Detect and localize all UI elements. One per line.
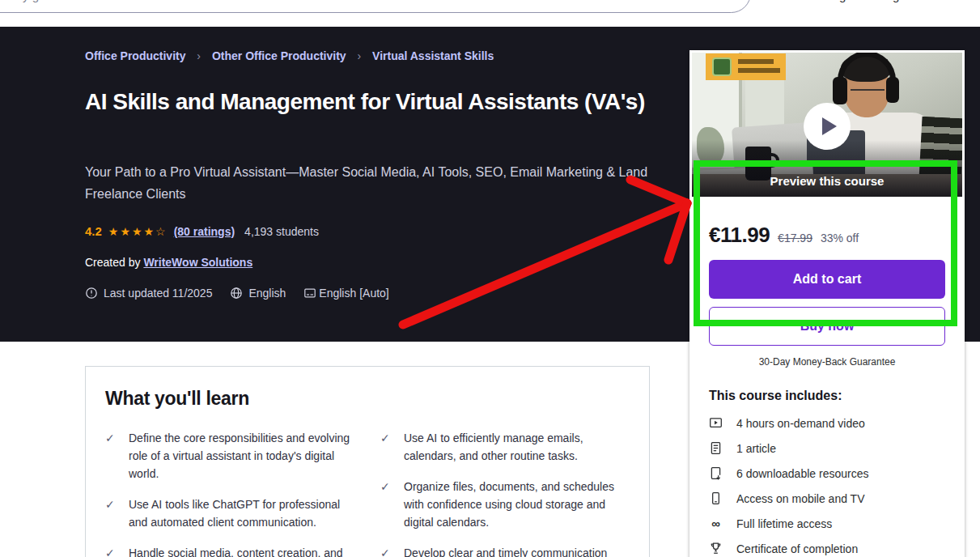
- purchase-sidebar: Preview this course €11.99 €17.99 33% of…: [689, 50, 965, 557]
- course-captions: English [Auto]: [303, 287, 388, 300]
- search-placeholder-fragment: y g: [23, 0, 71, 6]
- top-navbar: y g g g: [0, 0, 980, 27]
- current-price: €11.99: [709, 223, 770, 248]
- search-input[interactable]: [0, 0, 751, 13]
- created-by-row: Created by WriteWow Solutions: [85, 256, 252, 269]
- original-price: €17.99: [778, 232, 812, 244]
- course-includes-heading: This course includes:: [709, 389, 945, 403]
- chevron-right-icon: ›: [358, 49, 362, 62]
- nav-text-fragment: g: [893, 0, 904, 6]
- ondemand-video-icon: [709, 416, 723, 430]
- last-updated: Last updated 11/2025: [85, 287, 212, 300]
- breadcrumb-other-office-productivity[interactable]: Other Office Productivity: [212, 49, 346, 62]
- price-row: €11.99 €17.99 33% off: [709, 223, 945, 248]
- check-icon: ✓: [105, 544, 117, 557]
- students-count: 4,193 students: [244, 225, 319, 238]
- buy-now-button[interactable]: Buy now: [709, 307, 945, 346]
- globe-icon: [230, 287, 243, 300]
- mobile-icon: [709, 491, 723, 505]
- money-back-guarantee: 30-Day Money-Back Guarantee: [709, 356, 945, 368]
- course-preview-video[interactable]: Preview this course: [692, 53, 962, 197]
- check-icon: ✓: [380, 429, 392, 465]
- created-by-label: Created by: [85, 256, 143, 269]
- check-icon: ✓: [380, 544, 392, 557]
- alert-circle-icon: [85, 287, 98, 300]
- play-icon: [822, 117, 837, 135]
- learn-list-right: ✓Use AI to efficiently manage emails, ca…: [380, 429, 630, 557]
- list-item: ✓Use AI to efficiently manage emails, ca…: [380, 429, 630, 465]
- discount-badge: 33% off: [821, 232, 859, 244]
- rating-score: 4.2: [85, 224, 102, 238]
- what-youll-learn-card: What you'll learn ✓Define the core respo…: [85, 366, 650, 557]
- course-includes-list: 4 hours on-demand video 1 article: [709, 416, 945, 555]
- check-icon: ✓: [105, 495, 117, 531]
- breadcrumb-virtual-assistant-skills[interactable]: Virtual Assistant Skills: [372, 49, 494, 62]
- infinity-icon: ∞: [709, 517, 723, 530]
- list-item: ✓Develop clear and timely communication …: [380, 544, 630, 557]
- list-item: 4 hours on-demand video: [709, 416, 945, 430]
- udemy-course-page: y g g g Office Productivity › Other Offi…: [0, 0, 980, 557]
- breadcrumb: Office Productivity › Other Office Produ…: [85, 49, 494, 62]
- list-item: Certificate of completion: [709, 542, 945, 555]
- list-item: 1 article: [709, 441, 945, 455]
- rating-row: 4.2 ★★★★☆ (80 ratings) 4,193 students: [85, 224, 319, 238]
- ratings-count-link[interactable]: (80 ratings): [174, 225, 235, 238]
- check-icon: ✓: [380, 478, 392, 531]
- list-item: ✓Use AI tools like ChatGPT for professio…: [105, 495, 354, 531]
- list-item: Access on mobile and TV: [709, 491, 945, 505]
- list-item: ✓Define the core responsibilities and ev…: [105, 429, 354, 483]
- breadcrumb-office-productivity[interactable]: Office Productivity: [85, 49, 185, 62]
- list-item: ✓Handle social media, content creation, …: [105, 544, 354, 557]
- add-to-cart-button[interactable]: Add to cart: [709, 260, 945, 299]
- download-icon: [709, 466, 723, 480]
- preview-course-label[interactable]: Preview this course: [692, 174, 962, 188]
- list-item: 6 downloadable resources: [709, 466, 945, 480]
- chevron-right-icon: ›: [197, 49, 201, 62]
- closed-captions-icon: [303, 287, 316, 300]
- course-meta-row: Last updated 11/2025 English English [Au…: [85, 287, 389, 300]
- list-item: ✓Organize files, documents, and schedule…: [380, 478, 630, 531]
- play-button[interactable]: [804, 103, 851, 150]
- instructor-link[interactable]: WriteWow Solutions: [143, 256, 252, 269]
- star-rating-icon: ★★★★☆: [108, 225, 168, 238]
- nav-text-fragment: g: [839, 0, 851, 6]
- trophy-icon: [709, 542, 723, 555]
- article-icon: [709, 441, 723, 455]
- course-language: English: [230, 287, 286, 300]
- page-title: AI Skills and Management for Virtual Ass…: [85, 87, 664, 117]
- learn-list-left: ✓Define the core responsibilities and ev…: [105, 429, 354, 557]
- check-icon: ✓: [105, 429, 117, 483]
- list-item: ∞Full lifetime access: [709, 517, 945, 530]
- what-youll-learn-heading: What you'll learn: [105, 388, 630, 410]
- course-subtitle: Your Path to a Pro Virtual Assistant—Mas…: [85, 161, 664, 205]
